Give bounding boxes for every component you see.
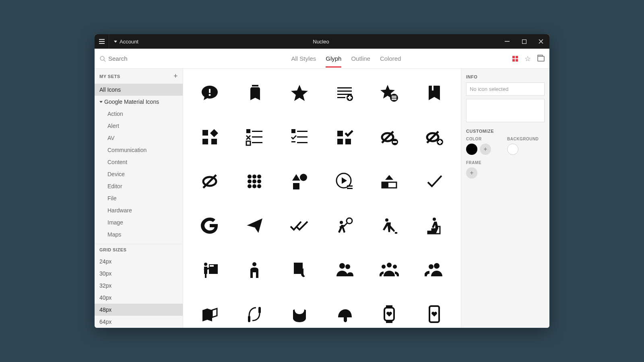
bookmark-icon[interactable] <box>416 77 453 109</box>
folder-button[interactable] <box>537 56 545 62</box>
presentation-icon[interactable] <box>191 254 228 286</box>
done-all-icon[interactable] <box>281 210 318 242</box>
svg-point-81 <box>382 265 386 269</box>
frame-label: FRAME <box>466 160 545 165</box>
menu-button[interactable] <box>95 34 109 49</box>
hockey-icon[interactable] <box>371 210 408 242</box>
svg-rect-9 <box>337 97 345 98</box>
minimize-button[interactable] <box>499 34 516 49</box>
check-icon[interactable] <box>416 165 453 197</box>
person-icon[interactable] <box>236 254 273 286</box>
bookmarks-icon[interactable] <box>236 77 273 109</box>
svg-rect-23 <box>252 142 262 143</box>
sidebar-item-action[interactable]: Action <box>95 108 183 120</box>
size-64[interactable]: 64px <box>95 316 183 328</box>
sidebar-item-device[interactable]: Device <box>95 168 183 180</box>
size-30[interactable]: 30px <box>95 267 183 280</box>
svg-point-76 <box>252 262 256 266</box>
alert-bubble-icon[interactable] <box>191 77 228 109</box>
size-48[interactable]: 48px <box>95 304 183 316</box>
sidebar-item-image[interactable]: Image <box>95 216 183 228</box>
grid-sizes-header: GRID SIZES <box>95 244 183 255</box>
phone-heart-icon[interactable] <box>416 298 453 328</box>
svg-rect-42 <box>438 141 442 143</box>
map-unfold-icon[interactable] <box>191 298 228 328</box>
star-icon[interactable] <box>281 77 318 109</box>
account-dropdown[interactable]: Account <box>109 39 143 45</box>
add-set-button[interactable]: + <box>173 72 178 80</box>
stairs-icon[interactable] <box>416 210 453 242</box>
parent-label: Google Material Icons <box>104 99 159 105</box>
sidebar-item-alert[interactable]: Alert <box>95 120 183 132</box>
tab-glyph[interactable]: Glyph <box>326 49 341 68</box>
svg-rect-89 <box>386 321 392 323</box>
jump-rope-icon[interactable] <box>236 298 273 328</box>
sidebar-item-editor[interactable]: Editor <box>95 180 183 192</box>
users-pair-icon[interactable] <box>326 254 363 286</box>
caret-down-icon <box>99 101 103 103</box>
svg-rect-6 <box>337 87 352 88</box>
star-list-icon[interactable] <box>371 77 408 109</box>
link-off-remove-icon[interactable] <box>371 121 408 153</box>
svg-point-82 <box>393 265 397 269</box>
close-button[interactable] <box>533 34 549 49</box>
link-off-add-icon[interactable] <box>416 121 453 153</box>
tennis-icon[interactable] <box>326 210 363 242</box>
sidebar-item-content[interactable]: Content <box>95 156 183 168</box>
svg-point-52 <box>252 184 256 188</box>
svg-rect-27 <box>297 136 308 138</box>
google-icon[interactable] <box>191 210 228 242</box>
send-icon[interactable] <box>236 210 273 242</box>
grid-sizes-list[interactable]: 24px 30px 32px 40px 48px 64px <box>95 255 183 328</box>
add-color-button[interactable]: + <box>480 144 491 155</box>
sidebar-item-maps[interactable]: Maps <box>95 228 183 241</box>
close-icon <box>539 39 543 44</box>
favorites-button[interactable]: ☆ <box>524 54 531 63</box>
svg-line-64 <box>340 226 345 227</box>
tab-all-styles[interactable]: All Styles <box>291 49 316 68</box>
maximize-button[interactable] <box>516 34 533 49</box>
video-label-icon[interactable] <box>371 165 408 197</box>
tab-colored[interactable]: Colored <box>380 49 401 68</box>
titlebar: Account Nucleo <box>95 34 549 49</box>
widgets-icon[interactable] <box>191 121 228 153</box>
playlist-add-icon[interactable] <box>326 77 363 109</box>
sidebar-item-all-icons[interactable]: All Icons <box>95 84 183 96</box>
dialpad-icon[interactable] <box>236 165 273 197</box>
list-remove-icon[interactable] <box>236 121 273 153</box>
sidebar-item-google-material[interactable]: Google Material Icons <box>95 96 183 108</box>
svg-rect-21 <box>252 131 262 132</box>
style-tabs: All Styles Glyph Outline Colored <box>180 49 512 68</box>
helmet-icon[interactable] <box>326 298 363 328</box>
search-input[interactable] <box>108 55 169 62</box>
sidebar-item-communication[interactable]: Communication <box>95 144 183 156</box>
list-check-icon[interactable] <box>281 121 318 153</box>
watch-heart-icon[interactable] <box>371 298 408 328</box>
category-icon[interactable] <box>281 165 318 197</box>
size-24[interactable]: 24px <box>95 255 183 267</box>
sidebar-item-hardware[interactable]: Hardware <box>95 204 183 216</box>
sets-list[interactable]: All Icons Google Material Icons Action A… <box>95 84 183 244</box>
note-hold-icon[interactable] <box>281 254 318 286</box>
bg-swatch-white[interactable] <box>507 144 518 155</box>
color-swatch-black[interactable] <box>466 144 477 155</box>
play-queue-icon[interactable] <box>326 165 363 197</box>
svg-point-70 <box>204 263 207 266</box>
sidebar-item-file[interactable]: File <box>95 192 183 204</box>
size-40[interactable]: 40px <box>95 292 183 304</box>
bib-icon[interactable] <box>281 298 318 328</box>
add-frame-button[interactable]: + <box>466 167 477 179</box>
tab-outline[interactable]: Outline <box>351 49 370 68</box>
grid-view-button[interactable] <box>512 56 518 62</box>
icon-grid <box>183 69 461 328</box>
svg-point-79 <box>345 264 350 269</box>
grid-check-icon[interactable] <box>326 121 363 153</box>
sidebar-item-av[interactable]: AV <box>95 132 183 144</box>
icon-grid-wrap[interactable] <box>183 69 461 328</box>
users-pair-alt-icon[interactable] <box>416 254 453 286</box>
link-off-icon[interactable] <box>191 165 228 197</box>
users-trio-icon[interactable] <box>371 254 408 286</box>
size-32[interactable]: 32px <box>95 280 183 292</box>
sidebar-item-navigation[interactable]: Navigation <box>95 241 183 244</box>
svg-rect-32 <box>337 139 343 144</box>
